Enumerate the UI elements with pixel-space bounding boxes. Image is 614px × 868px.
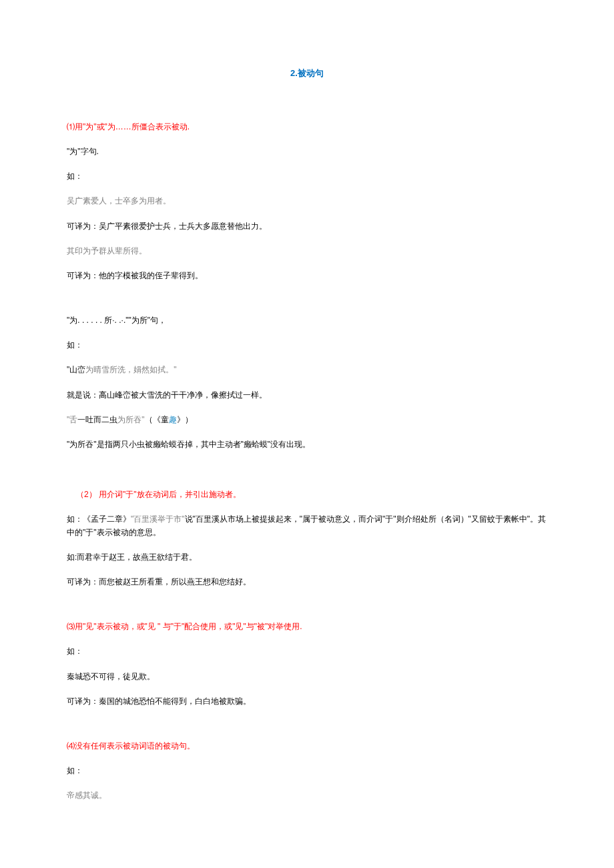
text: 如：《孟子二章》 <box>67 514 131 524</box>
text-grey: 为晴雪所洗，娟然如拭。" <box>85 365 176 374</box>
text-link: 趣 <box>169 415 177 424</box>
example-text: "山峦为晴雪所洗，娟然如拭。" <box>67 364 547 376</box>
section-3-heading: ⑶用"见"表示被动，或"见 " 与"于"配合使用，或"见"与"被"对举使用. <box>67 620 547 633</box>
text-grey: "舌 <box>67 415 77 424</box>
example-text: 吴广素爱人，士卒多为用者。 <box>67 195 547 207</box>
page-title: 2.被动句 <box>67 67 547 81</box>
translation-text: 可译为：吴广平素很爱护士兵，士兵大多愿意替他出力。 <box>67 220 547 233</box>
example-text: "舌一吐而二虫为所吞"（《童趣》） <box>67 414 547 426</box>
translation-text: 就是说：高山峰峦被大雪洗的干干净净，像擦拭过一样。 <box>67 389 547 402</box>
text: "山峦 <box>67 365 85 374</box>
example-text: 帝感其诚。 <box>67 789 547 802</box>
text: （《童 <box>145 415 169 424</box>
section-2-heading: （2） 用介词"于"放在动词后，并引出施动者。 <box>67 488 547 501</box>
text: 如： <box>67 645 547 658</box>
text: 如： <box>67 765 547 777</box>
text: "为"字句. <box>67 145 547 158</box>
section-4-heading: ⑷没有任何表示被动词语的被动句。 <box>67 740 547 753</box>
text: 如： <box>67 170 547 183</box>
section-1-heading: ⑴用"为"或"为……所僵合表示被动. <box>67 121 547 133</box>
text: 一吐而二虫 <box>77 415 117 424</box>
text-grey: 为所吞" <box>117 415 144 424</box>
translation-text: 可译为：而您被赵王所看重，所以燕王想和您结好。 <box>67 576 547 588</box>
translation-text: "为所吞"是指两只小虫被癞蛤蟆吞掉，其中主动者"癞蛤蟆"没有出现。 <box>67 438 547 451</box>
text: 秦城恐不可得，徒见欺。 <box>67 671 547 683</box>
text: 如：《孟子二章》"百里溪举于市"说"百里溪从市场上被提拔起来，"属于被动意义，而… <box>67 513 547 538</box>
text: "为. . . . . . 所·. .·.""为所"句， <box>67 314 547 327</box>
text-grey: "百里溪举于市" <box>131 514 185 524</box>
translation-text: 可译为：秦国的城池恐怕不能得到，白白地被欺骗。 <box>67 695 547 708</box>
text: 如： <box>67 339 547 352</box>
translation-text: 可译为：他的字模被我的侄子辈得到。 <box>67 270 547 282</box>
text: 》） <box>177 415 193 424</box>
example-text: 其印为予群从辈所得。 <box>67 245 547 258</box>
text: 如:而君幸于赵王，故燕王欲结于君。 <box>67 551 547 564</box>
